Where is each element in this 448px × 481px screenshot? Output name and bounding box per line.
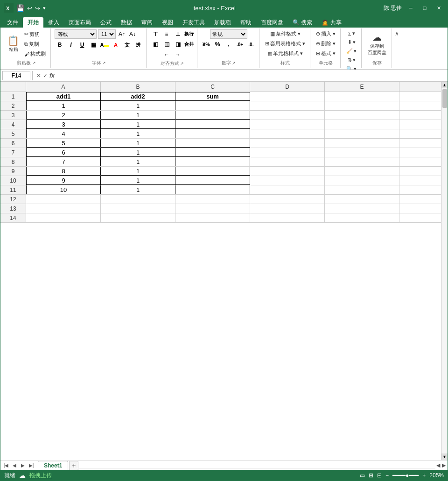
col-header-c[interactable]: C bbox=[175, 82, 250, 92]
tab-view[interactable]: 视图 bbox=[157, 17, 178, 28]
cell-B8[interactable]: 1 bbox=[101, 157, 175, 166]
cell-E7[interactable] bbox=[325, 148, 399, 157]
clear-button[interactable]: 🧹 ▾ bbox=[344, 47, 358, 55]
cell-D1[interactable] bbox=[250, 92, 325, 101]
merge-button[interactable]: 合并 bbox=[184, 40, 194, 49]
cell-D13[interactable] bbox=[250, 204, 325, 213]
cell-style-button[interactable]: ▨ 单元格样式 ▾ bbox=[266, 49, 305, 58]
cell-B7[interactable]: 1 bbox=[101, 148, 175, 157]
row-header-5[interactable]: 5 bbox=[0, 129, 26, 138]
insert-function-icon[interactable]: fx bbox=[49, 72, 55, 79]
cell-B10[interactable]: 1 bbox=[101, 176, 175, 185]
row-header-10[interactable]: 10 bbox=[0, 176, 26, 185]
tab-data[interactable]: 数据 bbox=[116, 17, 137, 28]
text-effect-button[interactable]: 文 bbox=[122, 40, 132, 50]
cell-B2[interactable]: 1 bbox=[101, 101, 175, 110]
decimal-increase-button[interactable]: .0+ bbox=[235, 40, 245, 49]
cell-D11[interactable] bbox=[250, 185, 325, 194]
currency-button[interactable]: ¥% bbox=[201, 40, 211, 49]
row-header-4[interactable]: 4 bbox=[0, 120, 26, 129]
font-family-select[interactable]: 等线 bbox=[55, 29, 97, 39]
row-header-2[interactable]: 2 bbox=[0, 101, 26, 110]
increase-indent-button[interactable]: → bbox=[173, 50, 183, 59]
cell-C4[interactable] bbox=[175, 120, 250, 129]
tab-addins[interactable]: 加载项 bbox=[210, 17, 236, 28]
tab-help[interactable]: 帮助 bbox=[236, 17, 256, 28]
cell-A3[interactable]: 2 bbox=[26, 111, 101, 120]
cell-E11[interactable] bbox=[325, 185, 399, 194]
upload-label[interactable]: 拖拽上传 bbox=[29, 472, 52, 480]
cell-B6[interactable]: 1 bbox=[101, 139, 175, 148]
cell-D3[interactable] bbox=[250, 111, 325, 120]
cell-C6[interactable] bbox=[175, 139, 250, 148]
cell-D12[interactable] bbox=[250, 195, 325, 204]
cell-B1[interactable]: add2 bbox=[101, 92, 175, 101]
cell-D2[interactable] bbox=[250, 101, 325, 110]
tab-review[interactable]: 审阅 bbox=[137, 17, 157, 28]
row-header-1[interactable]: 1 bbox=[0, 92, 26, 101]
cell-D10[interactable] bbox=[250, 176, 325, 185]
scroll-down-button[interactable]: ▼ bbox=[441, 453, 448, 460]
close-button[interactable]: ✕ bbox=[434, 3, 444, 13]
row-header-12[interactable]: 12 bbox=[0, 195, 26, 204]
cell-E14[interactable] bbox=[325, 213, 399, 222]
cell-E6[interactable] bbox=[325, 139, 399, 148]
scroll-thumb[interactable] bbox=[442, 89, 447, 108]
sheet-prev-button[interactable]: ◀ bbox=[11, 462, 18, 469]
border-button[interactable]: ▦ bbox=[88, 40, 98, 50]
paste-button[interactable]: 📋 粘贴 bbox=[5, 31, 21, 57]
zoom-slider[interactable]: ━━━━●━━━ bbox=[392, 472, 419, 479]
cell-B14[interactable] bbox=[101, 213, 175, 222]
cell-A2[interactable]: 1 bbox=[26, 101, 101, 110]
maximize-button[interactable]: □ bbox=[420, 3, 430, 13]
cell-D14[interactable] bbox=[250, 213, 325, 222]
formula-input[interactable] bbox=[58, 71, 446, 80]
cell-C1[interactable]: sum bbox=[175, 92, 250, 101]
cell-A8[interactable]: 7 bbox=[26, 157, 101, 166]
cell-A13[interactable] bbox=[26, 204, 101, 213]
tab-formula[interactable]: 公式 bbox=[96, 17, 116, 28]
increase-font-icon[interactable]: A↑ bbox=[117, 30, 126, 38]
cell-D8[interactable] bbox=[250, 157, 325, 166]
cell-C3[interactable] bbox=[175, 111, 250, 120]
cell-C13[interactable] bbox=[175, 204, 250, 213]
cell-A11[interactable]: 10 bbox=[26, 185, 101, 194]
cell-C12[interactable] bbox=[175, 195, 250, 204]
row-header-11[interactable]: 11 bbox=[0, 185, 26, 194]
confirm-formula-icon[interactable]: ✓ bbox=[43, 72, 48, 79]
font-color-button[interactable]: A bbox=[111, 40, 121, 50]
view-layout-icon[interactable]: ⊞ bbox=[369, 472, 373, 479]
sheet-last-button[interactable]: ▶| bbox=[28, 462, 35, 469]
sheet-first-button[interactable]: |◀ bbox=[2, 462, 10, 469]
cell-E13[interactable] bbox=[325, 204, 399, 213]
cell-C14[interactable] bbox=[175, 213, 250, 222]
zoom-in-button[interactable]: + bbox=[422, 472, 426, 479]
cell-C10[interactable] bbox=[175, 176, 250, 185]
cell-B9[interactable]: 1 bbox=[101, 167, 175, 176]
align-center-button[interactable]: ◫ bbox=[161, 40, 172, 49]
cell-B13[interactable] bbox=[101, 204, 175, 213]
table-format-button[interactable]: ⊞ 套用表格格式 ▾ bbox=[263, 39, 307, 48]
align-right-button[interactable]: ◨ bbox=[173, 40, 183, 49]
sheet-next-button[interactable]: ▶ bbox=[19, 462, 27, 469]
insert-button[interactable]: ⊕ 插入 ▾ bbox=[314, 29, 337, 38]
view-break-icon[interactable]: ⊟ bbox=[377, 472, 382, 479]
cell-A5[interactable]: 4 bbox=[26, 129, 101, 138]
cell-E9[interactable] bbox=[325, 167, 399, 176]
align-top-button[interactable]: ⊤ bbox=[150, 29, 161, 39]
h-scroll-left-button[interactable]: ◀ bbox=[436, 462, 440, 468]
delete-button[interactable]: ⊖ 删除 ▾ bbox=[314, 39, 337, 48]
col-header-a[interactable]: A bbox=[26, 82, 101, 92]
align-left-button[interactable]: ◧ bbox=[150, 40, 161, 49]
quick-save-icon[interactable]: 💾 bbox=[16, 4, 24, 12]
sheet-tab-sheet1[interactable]: Sheet1 bbox=[38, 461, 68, 470]
format-button[interactable]: ⊟ 格式 ▾ bbox=[314, 49, 337, 58]
tab-insert[interactable]: 插入 bbox=[43, 17, 64, 28]
cell-A14[interactable] bbox=[26, 213, 101, 222]
cell-E12[interactable] bbox=[325, 195, 399, 204]
row-header-13[interactable]: 13 bbox=[0, 204, 26, 213]
col-header-e[interactable]: E bbox=[325, 82, 399, 92]
cell-B3[interactable]: 1 bbox=[101, 111, 175, 120]
cell-B11[interactable]: 1 bbox=[101, 185, 175, 194]
row-header-14[interactable]: 14 bbox=[0, 213, 26, 222]
